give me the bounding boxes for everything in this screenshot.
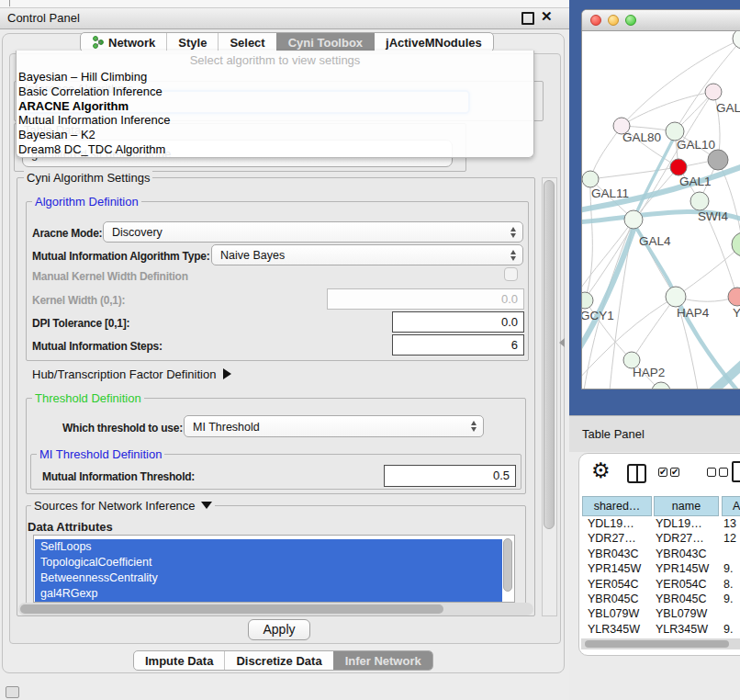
data-attribute-item[interactable]: TopologicalCoefficient xyxy=(35,555,502,570)
network-edge[interactable] xyxy=(622,92,713,126)
table-row[interactable]: YPR145WYPR145W9. xyxy=(582,561,740,576)
data-attribute-item[interactable]: SelfLoops xyxy=(35,539,502,555)
network-node-gal4[interactable] xyxy=(624,210,643,229)
data-attribute-item[interactable]: gal4RGexp xyxy=(35,586,502,602)
network-node-gal1[interactable] xyxy=(670,159,687,175)
kernel-width-field[interactable]: 0.0 xyxy=(327,288,524,310)
screen: Control Panel ✕ Inference Algorithms Tab… xyxy=(0,0,740,700)
network-graph[interactable]: GAL7GAL80GAL10GAL1GAL11SWI4GAL4HAP4YGCY1… xyxy=(582,31,740,390)
table-row[interactable]: YBL079WYBL079W xyxy=(582,606,740,621)
columns-icon[interactable] xyxy=(627,464,646,483)
gear-icon[interactable]: ⚙ xyxy=(591,458,611,483)
close-icon[interactable]: ✕ xyxy=(541,8,553,25)
network-node-label: GAL10 xyxy=(677,138,715,152)
control-panel-title: Control Panel xyxy=(7,11,80,25)
network-node-hap4[interactable] xyxy=(666,287,686,307)
network-edge[interactable] xyxy=(590,126,622,179)
settings-hscrollbar-thumb[interactable] xyxy=(20,604,443,614)
aracne-mode-combo[interactable]: Discovery xyxy=(103,221,523,243)
table-row[interactable]: YBR043CYBR043C xyxy=(582,547,740,561)
subtab-infer-network[interactable]: Infer Network xyxy=(333,651,432,670)
subtab-impute-data[interactable]: Impute Data xyxy=(134,651,224,670)
which-threshold-combo[interactable]: MI Threshold xyxy=(184,415,484,437)
mi-algorithm-type-combo[interactable]: Naive Bayes xyxy=(211,244,523,265)
table-row[interactable]: YDR27…YDR27…12 xyxy=(582,531,740,546)
network-node[interactable] xyxy=(652,382,670,390)
mi-steps-field[interactable]: 6 xyxy=(392,334,524,356)
unchecked-checkbox-icon[interactable] xyxy=(719,468,728,477)
table-row[interactable]: YDL19…YDL19…13 xyxy=(582,516,740,531)
network-edge[interactable] xyxy=(675,39,740,131)
network-edge[interactable] xyxy=(590,167,678,179)
minimize-traffic-light[interactable] xyxy=(608,15,619,26)
table-cell: YER054C xyxy=(654,577,722,592)
column-header-name[interactable]: name xyxy=(654,496,719,516)
hub-definition-section[interactable]: Hub/Transcription Factor Definition xyxy=(32,367,231,381)
table-row[interactable]: YER054CYER054C8. xyxy=(582,577,740,592)
table-cell: YBR043C xyxy=(582,547,654,561)
tab-cyni-toolbox[interactable]: Cyni Toolbox xyxy=(276,33,374,51)
network-edge[interactable] xyxy=(676,244,740,297)
network-node[interactable] xyxy=(733,31,740,49)
checked-checkbox-icon[interactable]: ✔ xyxy=(670,468,679,477)
table-hscrollbar-thumb[interactable] xyxy=(585,640,729,648)
algorithm-option[interactable]: Mutual Information Inference xyxy=(18,113,170,127)
zoom-traffic-light[interactable] xyxy=(625,15,636,26)
expand-arrow-icon[interactable] xyxy=(223,368,231,379)
network-node-gal7[interactable] xyxy=(705,84,722,100)
mi-algorithm-type-value: Naive Bayes xyxy=(220,249,285,262)
bottom-corner-icon[interactable] xyxy=(6,686,19,698)
tab-select[interactable]: Select xyxy=(218,33,275,51)
list-scrollbar-thumb[interactable] xyxy=(503,538,512,592)
algorithm-option[interactable]: Bayesian – K2 xyxy=(18,128,95,141)
apply-button[interactable]: Apply xyxy=(248,619,310,640)
close-traffic-light[interactable] xyxy=(590,15,601,26)
algorithm-option[interactable]: Bayesian – Hill Climbing xyxy=(18,70,147,84)
table-cell: 9. xyxy=(722,561,740,576)
dpi-tolerance-field[interactable]: 0.0 xyxy=(392,311,524,333)
network-edge[interactable] xyxy=(632,297,676,360)
tab-style[interactable]: Style xyxy=(166,33,218,51)
network-node-y[interactable] xyxy=(728,288,740,306)
tab-label: Cyni Toolbox xyxy=(288,36,363,50)
tab-network[interactable]: Network xyxy=(81,33,166,51)
collapse-arrow-icon[interactable] xyxy=(201,502,212,509)
manual-kernel-width-checkbox[interactable] xyxy=(504,267,518,281)
mi-threshold-field[interactable]: 0.5 xyxy=(384,465,516,487)
network-node-label: GAL80 xyxy=(622,130,661,144)
checked-checkbox-icon[interactable]: ✔ xyxy=(658,468,667,477)
table-cell: YDR27… xyxy=(654,531,722,546)
top-strip xyxy=(0,0,569,7)
data-attributes-list[interactable]: SelfLoopsTopologicalCoefficientBetweenne… xyxy=(33,535,515,603)
float-window-icon[interactable] xyxy=(521,12,534,25)
algorithm-option[interactable]: Basic Correlation Inference xyxy=(18,85,163,98)
network-node-gal11[interactable] xyxy=(582,171,599,187)
algorithm-definition-title: Algorithm Definition xyxy=(32,195,141,209)
table-cell: YER054C xyxy=(582,577,654,592)
column-header-shared[interactable]: shared… xyxy=(582,496,652,516)
network-edge-highlighted[interactable] xyxy=(582,227,634,353)
mi-threshold-label: Mutual Information Threshold: xyxy=(42,470,195,483)
network-node[interactable] xyxy=(708,150,728,170)
algorithm-option[interactable]: Dream8 DC_TDC Algorithm xyxy=(18,142,165,156)
algorithm-option[interactable]: ARACNE Algorithm xyxy=(18,99,129,113)
table-row[interactable]: YBR045CYBR045C9. xyxy=(582,592,740,606)
network-node-label: GAL1 xyxy=(679,175,712,188)
page-icon[interactable] xyxy=(732,461,740,482)
control-panel-titlebar xyxy=(0,7,569,29)
column-header-partial[interactable]: A xyxy=(722,496,740,516)
panel-splitter-arrow-icon[interactable] xyxy=(559,338,565,347)
network-node-label: GAL4 xyxy=(639,234,671,248)
spinner-arrows-icon xyxy=(510,250,516,261)
algorithm-dropdown-popup: Select algorithm to view settings Bayesi… xyxy=(16,51,534,158)
settings-vscrollbar-thumb[interactable] xyxy=(544,180,555,529)
data-attribute-item[interactable]: BetweennessCentrality xyxy=(35,570,502,586)
table-cell: YDL19… xyxy=(582,516,654,531)
network-node-gcy1[interactable] xyxy=(582,292,593,309)
table-row[interactable]: YLR345WYLR345W9. xyxy=(582,622,740,637)
subtab-discretize-data[interactable]: Discretize Data xyxy=(224,651,332,670)
network-node-swi4[interactable] xyxy=(690,192,709,210)
unchecked-checkbox-icon[interactable] xyxy=(707,468,716,477)
tab-jactivemnodules[interactable]: jActiveMNodules xyxy=(374,33,493,51)
table-cell: YPR145W xyxy=(654,561,722,576)
